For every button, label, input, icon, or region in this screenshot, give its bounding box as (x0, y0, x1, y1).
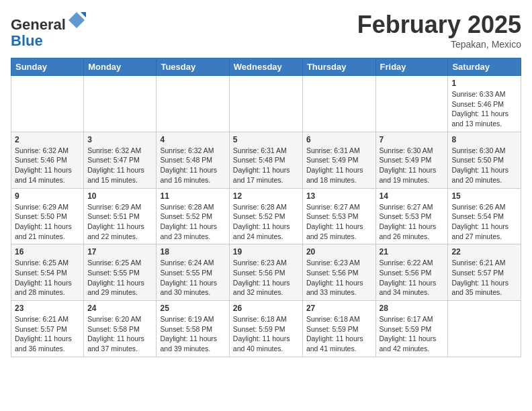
day-number: 12 (233, 191, 299, 201)
calendar-cell: 19Sunrise: 6:23 AM Sunset: 5:56 PM Dayli… (229, 244, 302, 301)
day-info: Sunrise: 6:24 AM Sunset: 5:55 PM Dayligh… (160, 259, 217, 296)
calendar-cell (302, 76, 375, 132)
weekday-header: Wednesday (229, 58, 302, 76)
calendar-cell: 16Sunrise: 6:25 AM Sunset: 5:54 PM Dayli… (11, 244, 84, 301)
weekday-header: Friday (375, 58, 448, 76)
day-info: Sunrise: 6:26 AM Sunset: 5:54 PM Dayligh… (451, 203, 508, 240)
calendar-cell: 13Sunrise: 6:27 AM Sunset: 5:53 PM Dayli… (302, 188, 375, 244)
calendar-week-row: 16Sunrise: 6:25 AM Sunset: 5:54 PM Dayli… (11, 244, 521, 301)
calendar-cell: 28Sunrise: 6:17 AM Sunset: 5:59 PM Dayli… (375, 301, 448, 357)
calendar-cell (11, 76, 84, 132)
day-info: Sunrise: 6:32 AM Sunset: 5:48 PM Dayligh… (160, 146, 217, 184)
calendar-cell: 6Sunrise: 6:31 AM Sunset: 5:49 PM Daylig… (302, 132, 375, 188)
weekday-header: Tuesday (157, 58, 229, 76)
calendar-cell: 1Sunrise: 6:33 AM Sunset: 5:46 PM Daylig… (448, 76, 521, 132)
logo-icon (67, 11, 86, 30)
day-number: 15 (451, 191, 517, 201)
day-info: Sunrise: 6:31 AM Sunset: 5:48 PM Dayligh… (233, 146, 290, 184)
day-info: Sunrise: 6:33 AM Sunset: 5:46 PM Dayligh… (451, 90, 508, 128)
day-info: Sunrise: 6:29 AM Sunset: 5:50 PM Dayligh… (15, 203, 72, 240)
calendar-cell: 5Sunrise: 6:31 AM Sunset: 5:48 PM Daylig… (229, 132, 302, 188)
day-number: 8 (451, 135, 517, 144)
calendar-cell (448, 301, 521, 357)
day-number: 5 (233, 135, 299, 144)
weekday-header: Sunday (11, 58, 84, 76)
calendar-cell: 14Sunrise: 6:27 AM Sunset: 5:53 PM Dayli… (375, 188, 448, 244)
calendar-table: SundayMondayTuesdayWednesdayThursdayFrid… (11, 58, 521, 357)
calendar-cell: 4Sunrise: 6:32 AM Sunset: 5:48 PM Daylig… (157, 132, 229, 188)
day-number: 2 (15, 135, 80, 144)
calendar-cell: 20Sunrise: 6:23 AM Sunset: 5:56 PM Dayli… (302, 244, 375, 301)
day-number: 26 (233, 304, 299, 313)
day-info: Sunrise: 6:28 AM Sunset: 5:52 PM Dayligh… (233, 203, 290, 240)
day-info: Sunrise: 6:18 AM Sunset: 5:59 PM Dayligh… (233, 315, 290, 353)
weekday-header: Thursday (302, 58, 375, 76)
day-info: Sunrise: 6:27 AM Sunset: 5:53 PM Dayligh… (380, 203, 437, 240)
day-info: Sunrise: 6:30 AM Sunset: 5:49 PM Dayligh… (380, 146, 437, 184)
day-info: Sunrise: 6:20 AM Sunset: 5:58 PM Dayligh… (87, 315, 144, 353)
day-number: 21 (380, 247, 445, 257)
day-info: Sunrise: 6:28 AM Sunset: 5:52 PM Dayligh… (160, 203, 217, 240)
day-number: 24 (87, 304, 152, 313)
calendar-cell: 23Sunrise: 6:21 AM Sunset: 5:57 PM Dayli… (11, 301, 84, 357)
day-info: Sunrise: 6:29 AM Sunset: 5:51 PM Dayligh… (87, 203, 144, 240)
calendar-cell: 2Sunrise: 6:32 AM Sunset: 5:46 PM Daylig… (11, 132, 84, 188)
day-info: Sunrise: 6:21 AM Sunset: 5:57 PM Dayligh… (451, 259, 508, 296)
day-number: 1 (451, 79, 517, 88)
calendar-week-row: 2Sunrise: 6:32 AM Sunset: 5:46 PM Daylig… (11, 132, 521, 188)
calendar-cell: 8Sunrise: 6:30 AM Sunset: 5:50 PM Daylig… (448, 132, 521, 188)
calendar-cell: 12Sunrise: 6:28 AM Sunset: 5:52 PM Dayli… (229, 188, 302, 244)
calendar-cell: 11Sunrise: 6:28 AM Sunset: 5:52 PM Dayli… (157, 188, 229, 244)
calendar-week-row: 23Sunrise: 6:21 AM Sunset: 5:57 PM Dayli… (11, 301, 521, 357)
day-info: Sunrise: 6:23 AM Sunset: 5:56 PM Dayligh… (233, 259, 290, 296)
day-info: Sunrise: 6:25 AM Sunset: 5:55 PM Dayligh… (87, 259, 144, 296)
location: Tepakan, Mexico (357, 39, 521, 50)
calendar-cell: 27Sunrise: 6:18 AM Sunset: 5:59 PM Dayli… (302, 301, 375, 357)
calendar-cell (84, 76, 157, 132)
day-info: Sunrise: 6:18 AM Sunset: 5:59 PM Dayligh… (306, 315, 363, 353)
day-number: 10 (87, 191, 152, 201)
calendar-cell: 9Sunrise: 6:29 AM Sunset: 5:50 PM Daylig… (11, 188, 84, 244)
day-info: Sunrise: 6:25 AM Sunset: 5:54 PM Dayligh… (15, 259, 72, 296)
day-info: Sunrise: 6:31 AM Sunset: 5:49 PM Dayligh… (306, 146, 363, 184)
svg-marker-0 (69, 12, 85, 28)
calendar-cell (157, 76, 229, 132)
logo-general: General (11, 16, 66, 33)
day-number: 3 (87, 135, 152, 144)
calendar-cell: 18Sunrise: 6:24 AM Sunset: 5:55 PM Dayli… (157, 244, 229, 301)
day-number: 13 (306, 191, 372, 201)
page-header: General Blue February 2025 Tepakan, Mexi… (11, 11, 521, 50)
calendar-cell: 22Sunrise: 6:21 AM Sunset: 5:57 PM Dayli… (448, 244, 521, 301)
day-number: 18 (160, 247, 225, 257)
weekday-header: Saturday (448, 58, 521, 76)
day-info: Sunrise: 6:19 AM Sunset: 5:58 PM Dayligh… (160, 315, 217, 353)
day-info: Sunrise: 6:22 AM Sunset: 5:56 PM Dayligh… (380, 259, 437, 296)
month-title: February 2025 (357, 11, 521, 39)
day-number: 23 (15, 304, 80, 313)
calendar-week-row: 1Sunrise: 6:33 AM Sunset: 5:46 PM Daylig… (11, 76, 521, 132)
calendar-cell: 15Sunrise: 6:26 AM Sunset: 5:54 PM Dayli… (448, 188, 521, 244)
calendar-week-row: 9Sunrise: 6:29 AM Sunset: 5:50 PM Daylig… (11, 188, 521, 244)
title-block: February 2025 Tepakan, Mexico (357, 11, 521, 50)
calendar-cell: 17Sunrise: 6:25 AM Sunset: 5:55 PM Dayli… (84, 244, 157, 301)
day-info: Sunrise: 6:21 AM Sunset: 5:57 PM Dayligh… (15, 315, 72, 353)
day-info: Sunrise: 6:27 AM Sunset: 5:53 PM Dayligh… (306, 203, 363, 240)
day-info: Sunrise: 6:23 AM Sunset: 5:56 PM Dayligh… (306, 259, 363, 296)
calendar-cell (375, 76, 448, 132)
day-number: 9 (15, 191, 80, 201)
day-number: 17 (87, 247, 152, 257)
day-info: Sunrise: 6:17 AM Sunset: 5:59 PM Dayligh… (380, 315, 437, 353)
calendar-cell: 3Sunrise: 6:32 AM Sunset: 5:47 PM Daylig… (84, 132, 157, 188)
calendar-header-row: SundayMondayTuesdayWednesdayThursdayFrid… (11, 58, 521, 76)
calendar-cell: 26Sunrise: 6:18 AM Sunset: 5:59 PM Dayli… (229, 301, 302, 357)
day-number: 16 (15, 247, 80, 257)
day-number: 28 (380, 304, 445, 313)
day-number: 25 (160, 304, 225, 313)
calendar-cell: 7Sunrise: 6:30 AM Sunset: 5:49 PM Daylig… (375, 132, 448, 188)
calendar-cell: 24Sunrise: 6:20 AM Sunset: 5:58 PM Dayli… (84, 301, 157, 357)
svg-marker-1 (81, 12, 86, 17)
day-number: 14 (380, 191, 445, 201)
day-info: Sunrise: 6:32 AM Sunset: 5:46 PM Dayligh… (15, 146, 72, 184)
logo: General Blue (11, 11, 86, 49)
day-number: 7 (380, 135, 445, 144)
